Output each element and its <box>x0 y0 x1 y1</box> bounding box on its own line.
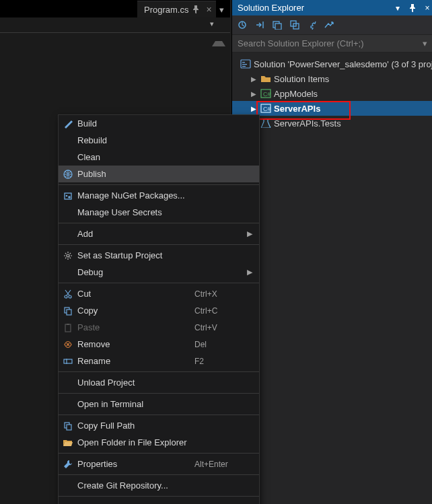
menu-separator <box>59 184 259 185</box>
dropdown-icon[interactable]: ▾ <box>210 20 214 28</box>
menu-manage-secrets[interactable]: Manage User Secrets <box>59 204 259 221</box>
svg-text:C#: C# <box>263 106 271 112</box>
expand-caret-icon[interactable]: ▶ <box>250 75 258 83</box>
solution-explorer-toolbar <box>232 15 432 35</box>
menu-separator <box>59 371 259 372</box>
copy-path-icon <box>59 421 77 431</box>
menu-open-folder[interactable]: Open Folder in File Explorer <box>59 434 259 451</box>
csproj-icon: C# <box>260 103 271 114</box>
solution-tree: Solution 'PowerServer_salesdemo' (3 of 3… <box>232 52 432 131</box>
menu-separator <box>59 415 259 415</box>
svg-point-15 <box>66 194 68 196</box>
menu-separator <box>59 496 259 497</box>
menu-separator <box>59 283 259 283</box>
document-tab-bar: Program.cs × ▾ <box>0 0 230 17</box>
node-label: Solution Items <box>274 74 329 84</box>
svg-rect-26 <box>67 425 71 430</box>
svg-rect-7 <box>242 64 247 65</box>
sync-icon[interactable] <box>254 19 266 31</box>
menu-copy-full-path[interactable]: Copy Full Path <box>59 417 259 434</box>
svg-rect-2 <box>275 24 281 30</box>
menu-create-git[interactable]: Create Git Repository... <box>59 477 259 494</box>
submenu-arrow-icon: ▶ <box>247 268 259 277</box>
scroll-up-icon[interactable] <box>212 34 225 46</box>
menu-rebuild[interactable]: Rebuild <box>59 132 259 149</box>
menu-separator <box>59 474 259 475</box>
tab-overflow-dropdown[interactable]: ▾ <box>216 1 228 17</box>
pin-icon[interactable] <box>192 5 199 13</box>
solution-explorer-titlebar[interactable]: Solution Explorer ▾ × <box>232 0 432 15</box>
svg-point-16 <box>68 196 71 199</box>
tree-node-serverapis[interactable]: ▶ C# ServerAPIs <box>232 101 432 116</box>
tree-node-serverapis-tests[interactable]: ▶ ServerAPIs.Tests <box>232 116 432 131</box>
solution-explorer-panel: Solution Explorer ▾ × Search Solution Ex… <box>231 0 432 504</box>
menu-build[interactable]: Build <box>59 115 259 132</box>
svg-rect-23 <box>67 324 69 325</box>
paste-icon <box>59 323 77 332</box>
refresh-icon[interactable] <box>271 19 283 31</box>
menu-rename[interactable]: RenameF2 <box>59 353 259 369</box>
menu-copy[interactable]: CopyCtrl+C <box>59 302 259 319</box>
document-tab-program-cs[interactable]: Program.cs × <box>137 1 216 17</box>
svg-rect-24 <box>64 359 72 363</box>
folder-open-icon <box>59 439 77 447</box>
home-icon[interactable] <box>236 19 248 31</box>
close-tab-icon[interactable]: × <box>206 4 211 15</box>
nuget-icon <box>59 191 77 201</box>
rename-icon <box>59 357 77 366</box>
solution-explorer-search[interactable]: Search Solution Explorer (Ctrl+;) ▾ <box>232 35 432 52</box>
menu-add[interactable]: Add▶ <box>59 225 259 242</box>
menu-publish[interactable]: Publish <box>59 166 259 182</box>
collapse-all-icon[interactable] <box>289 19 301 31</box>
editor-navigation-bar[interactable]: ▾ <box>0 17 230 33</box>
menu-manage-nuget[interactable]: Manage NuGet Packages... <box>59 187 259 204</box>
folder-icon <box>260 73 271 84</box>
tab-filename: Program.cs <box>144 5 188 15</box>
cut-icon <box>59 289 77 299</box>
solution-icon <box>240 59 251 69</box>
svg-text:C#: C# <box>263 91 271 98</box>
menu-properties[interactable]: PropertiesAlt+Enter <box>59 456 259 472</box>
menu-clean[interactable]: Clean <box>59 149 259 166</box>
expand-caret-icon[interactable]: ▶ <box>250 90 258 98</box>
svg-point-19 <box>69 295 71 298</box>
menu-add-svn[interactable]: Add Solution to Subversion... <box>59 499 259 504</box>
menu-open-terminal[interactable]: Open in Terminal <box>59 396 259 412</box>
svg-point-17 <box>67 254 69 257</box>
preview-icon[interactable] <box>324 19 336 31</box>
search-dropdown-icon[interactable]: ▾ <box>423 38 427 48</box>
window-menu-icon[interactable]: ▾ <box>392 3 403 13</box>
node-label: AppModels <box>274 89 318 99</box>
svg-rect-8 <box>242 66 246 67</box>
test-project-icon <box>260 118 271 129</box>
menu-remove[interactable]: RemoveDel <box>59 336 259 353</box>
remove-icon <box>59 340 77 349</box>
properties-icon[interactable] <box>306 19 318 31</box>
menu-separator <box>59 453 259 454</box>
menu-cut[interactable]: CutCtrl+X <box>59 285 259 302</box>
menu-unload-project[interactable]: Unload Project <box>59 374 259 391</box>
svg-rect-22 <box>65 324 71 332</box>
build-icon <box>59 119 77 129</box>
menu-separator <box>59 223 259 223</box>
copy-icon <box>59 306 77 316</box>
svg-rect-14 <box>65 193 71 199</box>
close-panel-icon[interactable]: × <box>422 3 432 13</box>
tree-node-appmodels[interactable]: ▶ C# AppModels <box>232 86 432 101</box>
gear-icon <box>59 251 77 260</box>
svg-rect-6 <box>242 62 245 63</box>
node-label: ServerAPIs.Tests <box>274 118 341 129</box>
submenu-arrow-icon: ▶ <box>247 229 259 238</box>
menu-separator <box>59 393 259 394</box>
solution-explorer-title: Solution Explorer <box>238 3 304 13</box>
solution-label: Solution 'PowerServer_salesdemo' (3 of 3… <box>254 59 432 69</box>
menu-set-startup[interactable]: Set as Startup Project <box>59 247 259 264</box>
tree-node-solution-items[interactable]: ▶ Solution Items <box>232 71 432 86</box>
menu-separator <box>59 244 259 245</box>
expand-caret-icon[interactable]: ▶ <box>250 105 258 112</box>
autohide-pin-icon[interactable] <box>407 3 418 13</box>
solution-root-node[interactable]: Solution 'PowerServer_salesdemo' (3 of 3… <box>232 57 432 71</box>
project-context-menu: Build Rebuild Clean Publish Manage NuGet… <box>58 114 260 504</box>
menu-debug[interactable]: Debug▶ <box>59 264 259 281</box>
node-label: ServerAPIs <box>274 104 320 114</box>
